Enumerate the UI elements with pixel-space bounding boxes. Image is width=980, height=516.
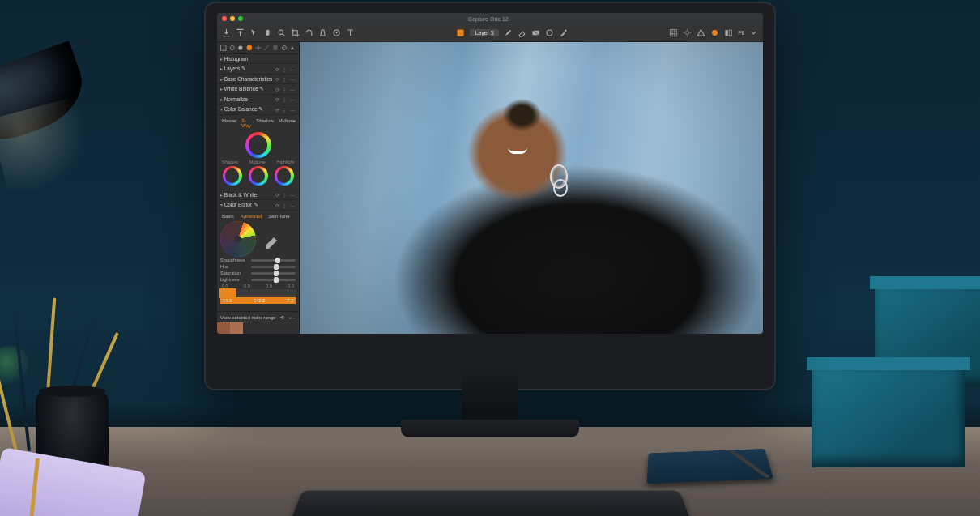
image-viewer[interactable] xyxy=(300,42,763,334)
notebook xyxy=(647,449,774,484)
eraser-icon[interactable] xyxy=(518,28,526,37)
color-patch[interactable] xyxy=(280,289,296,297)
svg-point-5 xyxy=(547,30,552,36)
smoothness-slider[interactable] xyxy=(251,259,296,262)
spot-icon[interactable] xyxy=(332,28,341,37)
rotate-icon[interactable] xyxy=(305,28,313,37)
radial-icon[interactable] xyxy=(545,28,554,37)
brush-icon[interactable] xyxy=(504,28,513,37)
ce-tab-advanced[interactable]: Advanced xyxy=(241,214,262,219)
text-icon[interactable] xyxy=(346,28,355,37)
layer-selector[interactable]: Layer 3 xyxy=(470,29,498,36)
panel-color-editor[interactable]: ▾ Color Editor ✎⟳ ⋮ ⋯ xyxy=(217,200,299,211)
color-balance-panel: Master 3-Way Shadow Midtone Highlight Sh… xyxy=(217,115,299,190)
saturation-label: Saturation xyxy=(220,271,248,275)
minimize-icon[interactable] xyxy=(230,16,235,21)
details-tab-icon[interactable] xyxy=(263,45,270,51)
library-tab-icon[interactable] xyxy=(220,45,227,51)
panel-color-balance[interactable]: ▾ Color Balance ✎⟳ ⋮ ⋯ xyxy=(217,104,299,115)
svg-point-2 xyxy=(335,32,337,33)
cb-tab-master[interactable]: Master xyxy=(222,118,236,128)
color-editor-footer: View selected color range ⟲ + – xyxy=(217,311,299,322)
capture-tab-icon[interactable] xyxy=(229,45,236,51)
cb-tab-3way[interactable]: 3-Way xyxy=(241,118,251,128)
crop-icon[interactable] xyxy=(291,28,300,37)
grid-icon[interactable] xyxy=(669,28,678,37)
highlight-wheel[interactable] xyxy=(275,166,294,186)
midtone-wheel[interactable] xyxy=(249,166,268,186)
import-icon[interactable] xyxy=(222,28,231,37)
ce-tab-basic[interactable]: Basic xyxy=(222,214,234,219)
hue-slider[interactable] xyxy=(251,266,296,268)
maximize-icon[interactable] xyxy=(238,16,243,21)
color-patch[interactable] xyxy=(220,289,236,297)
smoothness-label: Smoothness xyxy=(220,258,248,262)
color-patch[interactable] xyxy=(266,289,281,297)
workspace: ▸ Histogram ▸ Layers ✎⟳ ⋮ ⋯ ▸ Base Chara… xyxy=(217,42,763,334)
traffic-lights xyxy=(222,16,243,21)
panel-layers[interactable]: ▸ Layers ✎⟳ ⋮ ⋯ xyxy=(217,64,299,75)
hand-icon[interactable] xyxy=(263,28,272,37)
panel-base-characteristics[interactable]: ▸ Base Characteristics⟳ ⋮ ⋯ xyxy=(217,75,299,84)
cb-tab-shadow[interactable]: Shadow xyxy=(256,118,274,128)
fit-label[interactable]: Fit xyxy=(738,30,744,36)
lens-tab-icon[interactable] xyxy=(237,45,244,51)
color-patch[interactable] xyxy=(236,289,251,297)
monitor-stand xyxy=(462,368,518,424)
invert-icon[interactable]: ⟲ xyxy=(280,314,284,320)
panel-histogram[interactable]: ▸ Histogram xyxy=(217,54,299,64)
ce-tab-skin[interactable]: Skin Tone xyxy=(268,214,289,219)
plus-minus[interactable]: + – xyxy=(288,315,296,320)
cb-tab-midtone[interactable]: Midtone xyxy=(279,118,296,128)
highlight-label: Highlight xyxy=(277,160,294,164)
range-val: 0.0 xyxy=(266,284,272,288)
window-titlebar: Capture One 12 xyxy=(217,13,763,24)
shadow-label: Shadow xyxy=(222,160,238,164)
close-icon[interactable] xyxy=(222,16,227,21)
adjust-tab-icon[interactable] xyxy=(272,45,279,51)
before-after-icon[interactable] xyxy=(724,28,733,37)
panel-white-balance[interactable]: ▸ White Balance ✎⟳ ⋮ ⋯ xyxy=(217,84,299,95)
panel-black-white[interactable]: ▸ Black & White⟳ ⋮ ⋯ xyxy=(217,190,299,200)
hsv-v: 7.3 xyxy=(287,298,293,303)
midtone-label: Midtone xyxy=(249,160,266,164)
svg-point-14 xyxy=(247,45,252,50)
chevron-down-icon[interactable] xyxy=(749,28,758,37)
keystone-icon[interactable] xyxy=(318,28,327,37)
lightness-slider[interactable] xyxy=(251,279,296,281)
range-val: 0.0 xyxy=(244,284,250,288)
gradient-icon[interactable] xyxy=(531,28,540,37)
picker-icon[interactable] xyxy=(559,28,568,37)
mask-icon[interactable] xyxy=(456,28,465,37)
photo-preview xyxy=(300,42,763,334)
color-editor-wheel[interactable] xyxy=(220,221,256,257)
meta-tab-icon[interactable] xyxy=(281,45,288,51)
exposure-warn-icon[interactable] xyxy=(697,28,705,37)
color-editor-panel: Basic Advanced Skin Tone Smoothness Hue … xyxy=(217,211,299,307)
svg-rect-9 xyxy=(726,30,728,36)
app-toolbar: Layer 3 Fit xyxy=(217,24,763,42)
saturation-slider[interactable] xyxy=(251,272,296,275)
zoom-icon[interactable] xyxy=(277,28,286,37)
hsv-s: 143.3 xyxy=(254,298,265,303)
view-range-label: View selected color range xyxy=(220,315,276,320)
cursor-icon[interactable] xyxy=(249,28,258,37)
svg-point-13 xyxy=(239,45,243,49)
shadow-wheel[interactable] xyxy=(223,166,242,186)
exposure-tab-icon[interactable] xyxy=(255,45,262,51)
panel-normalize[interactable]: ▸ Normalize⟳ ⋮ ⋯ xyxy=(217,95,299,104)
lightness-label: Lightness xyxy=(220,277,248,282)
color-patch[interactable] xyxy=(250,289,266,297)
svg-point-7 xyxy=(686,31,689,34)
color-tab-icon[interactable] xyxy=(246,45,253,51)
export-icon[interactable] xyxy=(236,28,245,37)
proof-icon[interactable] xyxy=(710,28,719,37)
svg-point-6 xyxy=(565,29,567,32)
desk-lamp xyxy=(0,0,89,211)
output-tab-icon[interactable] xyxy=(289,45,296,51)
eyedropper-icon[interactable] xyxy=(261,228,293,250)
footer-swatch xyxy=(217,322,299,334)
screen: Capture One 12 Layer 3 xyxy=(217,13,763,334)
master-wheel[interactable] xyxy=(245,132,271,158)
focus-icon[interactable] xyxy=(683,28,692,37)
